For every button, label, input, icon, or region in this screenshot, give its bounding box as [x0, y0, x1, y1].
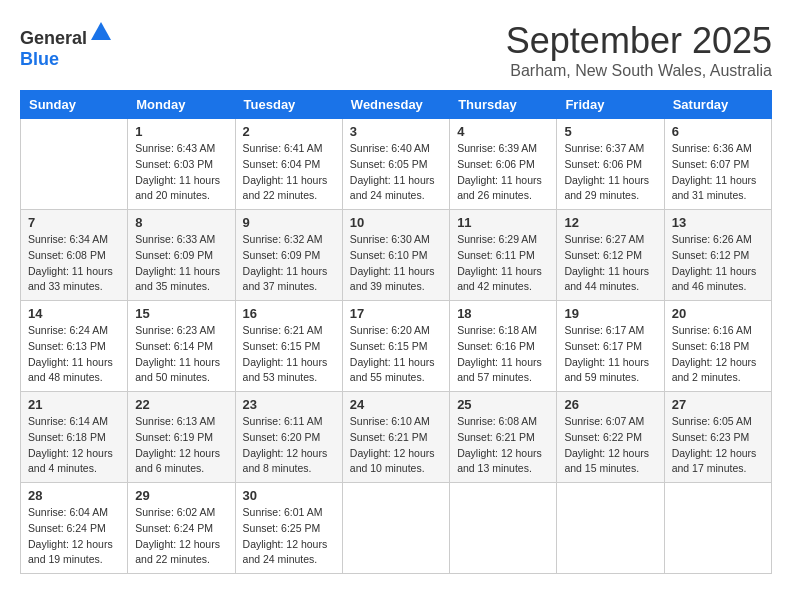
calendar-cell: 14Sunrise: 6:24 AM Sunset: 6:13 PM Dayli…	[21, 301, 128, 392]
calendar-cell: 30Sunrise: 6:01 AM Sunset: 6:25 PM Dayli…	[235, 483, 342, 574]
day-info: Sunrise: 6:30 AM Sunset: 6:10 PM Dayligh…	[350, 232, 442, 295]
header: General Blue September 2025 Barham, New …	[20, 20, 772, 80]
day-number: 24	[350, 397, 442, 412]
calendar-cell: 13Sunrise: 6:26 AM Sunset: 6:12 PM Dayli…	[664, 210, 771, 301]
logo: General Blue	[20, 20, 113, 70]
day-info: Sunrise: 6:27 AM Sunset: 6:12 PM Dayligh…	[564, 232, 656, 295]
calendar-cell: 16Sunrise: 6:21 AM Sunset: 6:15 PM Dayli…	[235, 301, 342, 392]
calendar-cell: 9Sunrise: 6:32 AM Sunset: 6:09 PM Daylig…	[235, 210, 342, 301]
day-info: Sunrise: 6:34 AM Sunset: 6:08 PM Dayligh…	[28, 232, 120, 295]
day-info: Sunrise: 6:10 AM Sunset: 6:21 PM Dayligh…	[350, 414, 442, 477]
calendar-cell: 24Sunrise: 6:10 AM Sunset: 6:21 PM Dayli…	[342, 392, 449, 483]
calendar-cell: 15Sunrise: 6:23 AM Sunset: 6:14 PM Dayli…	[128, 301, 235, 392]
calendar-cell: 26Sunrise: 6:07 AM Sunset: 6:22 PM Dayli…	[557, 392, 664, 483]
logo-blue: Blue	[20, 49, 59, 69]
calendar-cell: 17Sunrise: 6:20 AM Sunset: 6:15 PM Dayli…	[342, 301, 449, 392]
day-number: 18	[457, 306, 549, 321]
header-cell-monday: Monday	[128, 91, 235, 119]
svg-marker-0	[91, 22, 111, 40]
day-number: 29	[135, 488, 227, 503]
calendar-cell: 29Sunrise: 6:02 AM Sunset: 6:24 PM Dayli…	[128, 483, 235, 574]
calendar-header-row: SundayMondayTuesdayWednesdayThursdayFrid…	[21, 91, 772, 119]
day-info: Sunrise: 6:07 AM Sunset: 6:22 PM Dayligh…	[564, 414, 656, 477]
calendar-cell: 10Sunrise: 6:30 AM Sunset: 6:10 PM Dayli…	[342, 210, 449, 301]
day-info: Sunrise: 6:04 AM Sunset: 6:24 PM Dayligh…	[28, 505, 120, 568]
day-info: Sunrise: 6:17 AM Sunset: 6:17 PM Dayligh…	[564, 323, 656, 386]
day-info: Sunrise: 6:18 AM Sunset: 6:16 PM Dayligh…	[457, 323, 549, 386]
day-number: 22	[135, 397, 227, 412]
day-number: 19	[564, 306, 656, 321]
calendar-cell: 12Sunrise: 6:27 AM Sunset: 6:12 PM Dayli…	[557, 210, 664, 301]
day-number: 2	[243, 124, 335, 139]
day-number: 27	[672, 397, 764, 412]
day-number: 25	[457, 397, 549, 412]
month-title: September 2025	[506, 20, 772, 62]
calendar-cell	[21, 119, 128, 210]
calendar-cell: 22Sunrise: 6:13 AM Sunset: 6:19 PM Dayli…	[128, 392, 235, 483]
header-cell-thursday: Thursday	[450, 91, 557, 119]
logo-text: General Blue	[20, 20, 113, 70]
day-number: 28	[28, 488, 120, 503]
day-info: Sunrise: 6:08 AM Sunset: 6:21 PM Dayligh…	[457, 414, 549, 477]
day-number: 1	[135, 124, 227, 139]
calendar-cell	[557, 483, 664, 574]
day-number: 23	[243, 397, 335, 412]
day-number: 17	[350, 306, 442, 321]
day-info: Sunrise: 6:01 AM Sunset: 6:25 PM Dayligh…	[243, 505, 335, 568]
day-number: 6	[672, 124, 764, 139]
day-info: Sunrise: 6:05 AM Sunset: 6:23 PM Dayligh…	[672, 414, 764, 477]
calendar-cell: 6Sunrise: 6:36 AM Sunset: 6:07 PM Daylig…	[664, 119, 771, 210]
day-number: 5	[564, 124, 656, 139]
day-info: Sunrise: 6:02 AM Sunset: 6:24 PM Dayligh…	[135, 505, 227, 568]
title-area: September 2025 Barham, New South Wales, …	[506, 20, 772, 80]
day-number: 21	[28, 397, 120, 412]
day-info: Sunrise: 6:32 AM Sunset: 6:09 PM Dayligh…	[243, 232, 335, 295]
calendar-cell: 21Sunrise: 6:14 AM Sunset: 6:18 PM Dayli…	[21, 392, 128, 483]
calendar-cell: 25Sunrise: 6:08 AM Sunset: 6:21 PM Dayli…	[450, 392, 557, 483]
calendar-cell: 5Sunrise: 6:37 AM Sunset: 6:06 PM Daylig…	[557, 119, 664, 210]
calendar-cell	[664, 483, 771, 574]
header-cell-friday: Friday	[557, 91, 664, 119]
calendar-week-3: 14Sunrise: 6:24 AM Sunset: 6:13 PM Dayli…	[21, 301, 772, 392]
calendar-cell: 4Sunrise: 6:39 AM Sunset: 6:06 PM Daylig…	[450, 119, 557, 210]
day-number: 26	[564, 397, 656, 412]
calendar-week-5: 28Sunrise: 6:04 AM Sunset: 6:24 PM Dayli…	[21, 483, 772, 574]
calendar-cell	[450, 483, 557, 574]
day-info: Sunrise: 6:29 AM Sunset: 6:11 PM Dayligh…	[457, 232, 549, 295]
day-number: 8	[135, 215, 227, 230]
calendar-cell: 1Sunrise: 6:43 AM Sunset: 6:03 PM Daylig…	[128, 119, 235, 210]
calendar-week-4: 21Sunrise: 6:14 AM Sunset: 6:18 PM Dayli…	[21, 392, 772, 483]
day-info: Sunrise: 6:20 AM Sunset: 6:15 PM Dayligh…	[350, 323, 442, 386]
day-number: 16	[243, 306, 335, 321]
day-info: Sunrise: 6:40 AM Sunset: 6:05 PM Dayligh…	[350, 141, 442, 204]
logo-icon	[89, 20, 113, 44]
header-cell-sunday: Sunday	[21, 91, 128, 119]
location-title: Barham, New South Wales, Australia	[506, 62, 772, 80]
day-number: 7	[28, 215, 120, 230]
day-info: Sunrise: 6:11 AM Sunset: 6:20 PM Dayligh…	[243, 414, 335, 477]
header-cell-tuesday: Tuesday	[235, 91, 342, 119]
calendar-cell: 28Sunrise: 6:04 AM Sunset: 6:24 PM Dayli…	[21, 483, 128, 574]
calendar-week-1: 1Sunrise: 6:43 AM Sunset: 6:03 PM Daylig…	[21, 119, 772, 210]
day-info: Sunrise: 6:23 AM Sunset: 6:14 PM Dayligh…	[135, 323, 227, 386]
day-info: Sunrise: 6:41 AM Sunset: 6:04 PM Dayligh…	[243, 141, 335, 204]
day-number: 15	[135, 306, 227, 321]
day-info: Sunrise: 6:21 AM Sunset: 6:15 PM Dayligh…	[243, 323, 335, 386]
day-info: Sunrise: 6:16 AM Sunset: 6:18 PM Dayligh…	[672, 323, 764, 386]
calendar-cell: 27Sunrise: 6:05 AM Sunset: 6:23 PM Dayli…	[664, 392, 771, 483]
calendar-cell: 20Sunrise: 6:16 AM Sunset: 6:18 PM Dayli…	[664, 301, 771, 392]
calendar-cell: 18Sunrise: 6:18 AM Sunset: 6:16 PM Dayli…	[450, 301, 557, 392]
calendar-week-2: 7Sunrise: 6:34 AM Sunset: 6:08 PM Daylig…	[21, 210, 772, 301]
day-info: Sunrise: 6:13 AM Sunset: 6:19 PM Dayligh…	[135, 414, 227, 477]
calendar: SundayMondayTuesdayWednesdayThursdayFrid…	[20, 90, 772, 574]
day-info: Sunrise: 6:24 AM Sunset: 6:13 PM Dayligh…	[28, 323, 120, 386]
calendar-cell: 3Sunrise: 6:40 AM Sunset: 6:05 PM Daylig…	[342, 119, 449, 210]
day-info: Sunrise: 6:43 AM Sunset: 6:03 PM Dayligh…	[135, 141, 227, 204]
day-info: Sunrise: 6:36 AM Sunset: 6:07 PM Dayligh…	[672, 141, 764, 204]
header-cell-saturday: Saturday	[664, 91, 771, 119]
day-number: 13	[672, 215, 764, 230]
calendar-cell: 11Sunrise: 6:29 AM Sunset: 6:11 PM Dayli…	[450, 210, 557, 301]
day-number: 10	[350, 215, 442, 230]
day-info: Sunrise: 6:26 AM Sunset: 6:12 PM Dayligh…	[672, 232, 764, 295]
day-number: 11	[457, 215, 549, 230]
